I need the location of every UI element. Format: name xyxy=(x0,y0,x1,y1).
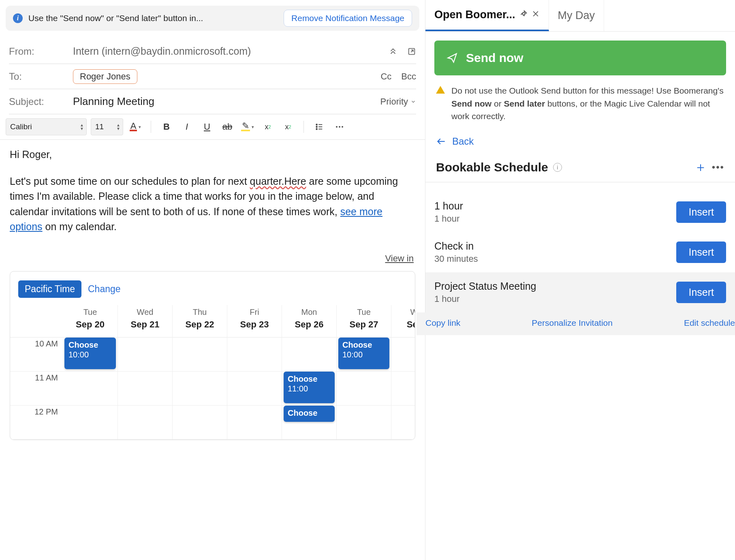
day-column: FriSep 23 xyxy=(227,305,282,440)
remove-notification-button[interactable]: Remove Notification Message xyxy=(284,10,412,27)
send-now-label: Send now xyxy=(466,51,523,65)
day-header: ThuSep 22 xyxy=(173,305,227,338)
schedule-item[interactable]: Check in30 minutesInsert xyxy=(425,232,735,272)
hour-cell xyxy=(118,372,172,406)
slot-label: Choose xyxy=(288,374,331,384)
slot-time: 10:00 xyxy=(68,350,112,359)
svg-point-5 xyxy=(316,128,317,130)
pin-icon[interactable] xyxy=(519,10,528,20)
add-schedule-button[interactable]: ＋ xyxy=(694,158,707,176)
day-of-week: Tue xyxy=(63,308,118,317)
hour-label: 10 AM xyxy=(10,338,63,372)
recipient-chip[interactable]: Roger Jones xyxy=(73,69,137,84)
more-options-button[interactable]: ••• xyxy=(712,162,724,173)
insert-button[interactable]: Insert xyxy=(676,242,726,263)
hour-cell xyxy=(337,406,391,440)
schedule-duration: 1 hour xyxy=(434,294,536,304)
highlight-button[interactable]: ✎ xyxy=(239,119,256,135)
subject-row: Subject: Planning Meeting Priority xyxy=(9,89,416,114)
insert-button[interactable]: Insert xyxy=(676,282,726,303)
to-row: To: Roger Jones Cc Bcc xyxy=(9,64,416,89)
email-body[interactable]: Hi Roger, Let's put some time on our sch… xyxy=(0,140,425,253)
back-button[interactable]: Back xyxy=(436,136,474,147)
send-now-button[interactable]: Send now xyxy=(434,41,726,75)
divider xyxy=(303,121,304,133)
schedule-title: 1 hour xyxy=(434,200,463,212)
hour-cell xyxy=(118,338,172,372)
italic-button[interactable]: I xyxy=(179,119,195,135)
strikethrough-button[interactable]: ab xyxy=(219,119,235,135)
font-size-value: 11 xyxy=(95,122,104,131)
day-body: Choose10:00 xyxy=(63,338,118,440)
day-column: ThuSep 22 xyxy=(172,305,227,440)
hour-label: 12 PM xyxy=(10,406,63,440)
time-slot[interactable]: Choose xyxy=(284,406,335,422)
format-toolbar: Calibri ▲▼ 11 ▲▼ A B I U ab ✎ x2 x2 xyxy=(0,114,425,140)
change-timezone-link[interactable]: Change xyxy=(88,284,121,295)
close-icon[interactable] xyxy=(532,10,540,20)
bulleted-list-button[interactable] xyxy=(311,119,327,135)
day-body: Choose11:00Choose xyxy=(282,338,336,440)
hour-cell xyxy=(173,372,227,406)
popout-icon[interactable] xyxy=(407,47,416,56)
font-color-button[interactable]: A xyxy=(127,119,143,135)
font-family-select[interactable]: Calibri ▲▼ xyxy=(6,118,87,135)
time-slot[interactable]: Choose10:00 xyxy=(338,338,389,369)
back-label: Back xyxy=(452,136,474,147)
copy-link[interactable]: Copy link xyxy=(425,318,460,328)
time-column: 10 AM11 AM12 PM xyxy=(10,305,63,440)
day-body xyxy=(391,338,415,440)
hour-cell xyxy=(391,372,415,406)
tab-boomerang[interactable]: Open Boomer... xyxy=(425,0,549,31)
to-input[interactable]: Roger Jones xyxy=(73,69,377,84)
info-icon[interactable]: i xyxy=(553,163,562,172)
subject-input[interactable]: Planning Meeting xyxy=(73,95,377,108)
warning-icon xyxy=(436,86,445,94)
send-icon xyxy=(447,52,458,64)
time-slot[interactable]: Choose10:00 xyxy=(64,338,116,369)
hour-cell xyxy=(227,338,282,372)
more-format-button[interactable] xyxy=(331,119,348,135)
spell-error[interactable]: quarter.Here xyxy=(250,175,306,187)
svg-point-9 xyxy=(342,126,343,128)
schedule-item[interactable]: Project Status Meeting1 hourInsert xyxy=(425,272,735,312)
font-size-select[interactable]: 11 ▲▼ xyxy=(91,118,123,135)
schedule-item[interactable]: 1 hour1 hourInsert xyxy=(425,192,735,232)
day-of-week: Wed xyxy=(391,308,415,317)
day-header: TueSep 27 xyxy=(337,305,391,338)
priority-dropdown[interactable]: Priority xyxy=(380,96,416,107)
bold-button[interactable]: B xyxy=(158,119,175,135)
day-column: WedSep 2 xyxy=(391,305,415,440)
subscript-button[interactable]: x2 xyxy=(280,119,296,135)
day-date: Sep 21 xyxy=(118,319,172,330)
day-date: Sep 27 xyxy=(337,319,391,330)
insert-button[interactable]: Insert xyxy=(676,201,726,223)
bcc-button[interactable]: Bcc xyxy=(401,71,416,82)
days-container: TueSep 20Choose10:00WedSep 21ThuSep 22Fr… xyxy=(63,305,415,440)
edit-link[interactable]: Edit schedule xyxy=(684,318,735,328)
hour-cell xyxy=(63,372,118,406)
slot-time: 10:00 xyxy=(342,350,385,359)
font-family-value: Calibri xyxy=(10,122,32,131)
underline-button[interactable]: U xyxy=(199,119,215,135)
view-in-link[interactable]: View in xyxy=(385,253,414,263)
from-label: From: xyxy=(9,46,70,57)
svg-point-1 xyxy=(316,124,317,125)
tab-boomerang-label: Open Boomer... xyxy=(434,9,515,21)
cc-button[interactable]: Cc xyxy=(380,71,391,82)
tab-my-day[interactable]: My Day xyxy=(549,0,605,31)
superscript-button[interactable]: x2 xyxy=(260,119,276,135)
day-column: TueSep 20Choose10:00 xyxy=(63,305,118,440)
hour-cell xyxy=(282,338,336,372)
time-slot[interactable]: Choose11:00 xyxy=(284,372,335,403)
tab-my-day-label: My Day xyxy=(558,9,595,22)
personalize-link[interactable]: Personalize Invitation xyxy=(532,318,613,328)
day-body xyxy=(118,338,172,440)
from-value[interactable]: Intern (intern@baydin.onmicrosoft.com) xyxy=(73,45,385,57)
chevron-down-icon xyxy=(410,99,416,105)
schedule-meta: 1 hour1 hour xyxy=(434,200,463,224)
collapse-icon[interactable] xyxy=(389,47,397,56)
hour-cell xyxy=(227,406,282,440)
day-column: MonSep 26Choose11:00Choose xyxy=(282,305,336,440)
schedule-duration: 1 hour xyxy=(434,214,463,224)
